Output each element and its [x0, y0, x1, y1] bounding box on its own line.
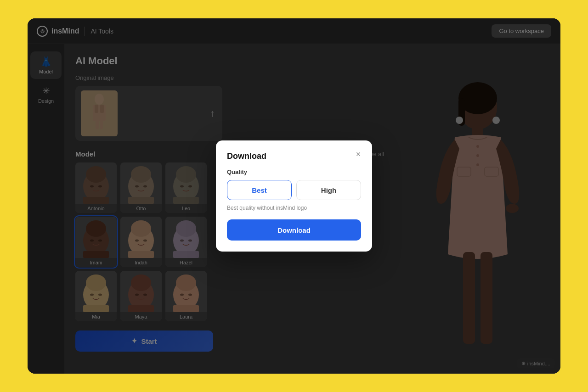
- modal-title: Download: [227, 151, 361, 161]
- app-window: ◎ insMind AI Tools Go to workspace 👗 Mod…: [28, 18, 560, 374]
- modal-close-button[interactable]: ×: [352, 148, 365, 161]
- quality-label: Quality: [227, 168, 361, 175]
- quality-options: BestHigh: [227, 180, 361, 200]
- modal-overlay[interactable]: Download × Quality BestHigh Best quality…: [28, 18, 560, 374]
- quality-hint: Best quality without insMind logo: [227, 205, 361, 211]
- quality-option-high[interactable]: High: [296, 180, 361, 200]
- download-button[interactable]: Download: [227, 219, 361, 241]
- download-modal: Download × Quality BestHigh Best quality…: [216, 140, 372, 252]
- quality-option-best[interactable]: Best: [227, 180, 292, 200]
